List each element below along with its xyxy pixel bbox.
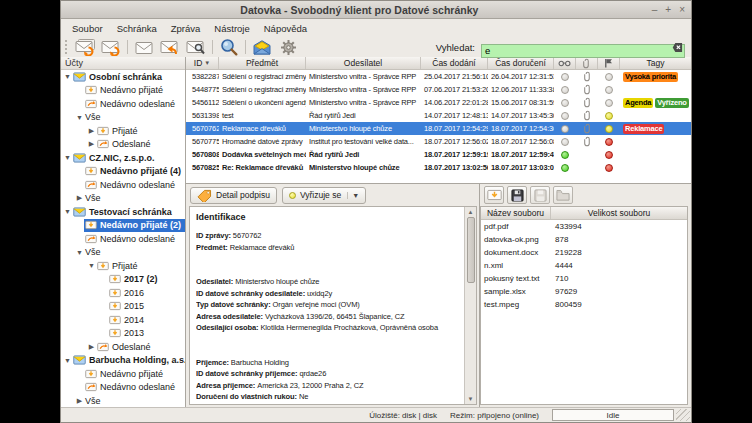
message-row[interactable]: 5670775Hromadné datové zprávyInstitut pr… bbox=[186, 135, 691, 148]
verify-message-button[interactable] bbox=[184, 38, 208, 57]
open-attachment-button[interactable] bbox=[484, 186, 504, 204]
settings-button[interactable] bbox=[276, 38, 300, 57]
expander-icon[interactable]: ▶ bbox=[87, 127, 96, 135]
message-row[interactable]: 5382287Sdělení o registraci změny ...Min… bbox=[186, 70, 691, 83]
tree-item[interactable]: Nedávno odeslané bbox=[61, 232, 185, 246]
message-row[interactable]: 5670808Dodávka světelných mečůŘád rytířů… bbox=[186, 148, 691, 161]
tree-item[interactable]: ▼Barbucha Holding, a.s. bbox=[61, 354, 185, 368]
tree-item[interactable]: ▼Vše bbox=[61, 246, 185, 260]
tree-item[interactable]: Nedávno přijaté bbox=[61, 84, 185, 98]
menu-nastroje[interactable]: Nástroje bbox=[207, 21, 256, 36]
menu-napoveda[interactable]: Nápověda bbox=[257, 21, 314, 36]
save-attachment-button[interactable] bbox=[507, 186, 527, 204]
column-header-filename[interactable]: Název souboru bbox=[481, 207, 551, 219]
signature-detail-button[interactable]: Detail podpisu bbox=[190, 187, 277, 204]
tree-item[interactable]: ▼Osobní schránka bbox=[61, 70, 185, 84]
attachment-row[interactable]: test.mpeg800459 bbox=[481, 298, 687, 311]
paperclip-icon bbox=[576, 84, 598, 95]
new-message-button[interactable] bbox=[132, 38, 156, 57]
column-header-id[interactable]: ID▼ bbox=[186, 57, 219, 69]
tree-item[interactable]: ▼Testovací schránka bbox=[61, 205, 185, 219]
tree-item[interactable]: ▶Odeslané bbox=[61, 340, 185, 354]
expander-icon[interactable]: ▼ bbox=[75, 249, 84, 256]
attachment-row[interactable]: pokusný text.txt710 bbox=[481, 272, 687, 285]
message-row[interactable]: 5631398testŘád rytířů Jedi14.07.2017 12:… bbox=[186, 109, 691, 122]
message-row[interactable]: 5670825Re: Reklamace dřevákůMinisterstvo… bbox=[186, 161, 691, 174]
tree-item[interactable]: 2016 bbox=[61, 286, 185, 300]
expander-icon[interactable]: ▼ bbox=[63, 208, 72, 215]
column-header-read[interactable] bbox=[554, 57, 576, 69]
tree-item[interactable]: Nedávno přijaté (4) bbox=[61, 165, 185, 179]
tree-item[interactable]: ▼Vše bbox=[61, 111, 185, 125]
tree-item[interactable]: ▶Přijaté bbox=[61, 124, 185, 138]
tree-item[interactable]: ▶Odeslané bbox=[61, 138, 185, 152]
expander-icon[interactable]: ▶ bbox=[75, 397, 84, 405]
open-folder-button[interactable] bbox=[553, 186, 573, 204]
expander-icon[interactable]: ▼ bbox=[87, 262, 96, 269]
attachment-row[interactable]: n.xml4444 bbox=[481, 259, 687, 272]
expander-icon[interactable]: ▼ bbox=[63, 357, 72, 364]
scroll-down-icon[interactable]: ▼ bbox=[468, 394, 474, 404]
expander-icon[interactable]: ▼ bbox=[75, 114, 84, 121]
expander-icon[interactable]: ▶ bbox=[87, 343, 96, 351]
message-row[interactable]: 5448775Sdělení o registraci změny ...Min… bbox=[186, 83, 691, 96]
title-bar[interactable]: Datovka - Svobodný klient pro Datové sch… bbox=[61, 1, 691, 19]
detail-field: Doručení do vlastních rukou: Ne bbox=[196, 391, 460, 403]
tree-item[interactable]: ▼CZ.NIC, z.s.p.o. bbox=[61, 151, 185, 165]
databox-button[interactable] bbox=[250, 38, 274, 57]
process-status-icon bbox=[598, 112, 620, 120]
process-status-button[interactable]: Vyřizuje se ▼ bbox=[282, 187, 366, 204]
reply-button[interactable] bbox=[158, 38, 182, 57]
attachment-row[interactable]: pdf.pdf433994 bbox=[481, 220, 687, 233]
column-header-flag[interactable] bbox=[598, 57, 620, 69]
attachment-rows: pdf.pdf433994datovka-ok.png878dokument.d… bbox=[481, 220, 687, 311]
column-header-delivered[interactable]: Čas dodání bbox=[421, 57, 488, 69]
tree-item[interactable]: Nedávno odeslané bbox=[61, 178, 185, 192]
find-message-button[interactable] bbox=[217, 38, 241, 57]
scroll-up-icon[interactable]: ▲ bbox=[468, 207, 474, 217]
column-header-filesize[interactable]: Velikost souboru bbox=[551, 207, 687, 219]
attachment-row[interactable]: dokument.docx219228 bbox=[481, 246, 687, 259]
column-header-tags[interactable]: Tagy bbox=[620, 57, 691, 69]
detail-scrollbar[interactable]: ▲ ▼ bbox=[464, 207, 476, 404]
menu-zprava[interactable]: Zpráva bbox=[164, 21, 208, 36]
close-button[interactable]: × bbox=[679, 5, 685, 15]
sync-account-button[interactable] bbox=[99, 38, 123, 57]
tree-item[interactable]: 2017 (2) bbox=[61, 273, 185, 287]
sync-all-accounts-button[interactable] bbox=[73, 38, 97, 57]
scrollbar-thumb[interactable] bbox=[467, 217, 475, 283]
toolbar-grip[interactable] bbox=[65, 40, 69, 54]
tree-item[interactable]: 2014 bbox=[61, 313, 185, 327]
expander-icon[interactable]: ▼ bbox=[63, 73, 72, 80]
tree-item-label: Nedávno přijaté (2) bbox=[100, 220, 181, 230]
tree-item[interactable]: ▼Přijaté bbox=[61, 259, 185, 273]
menu-schranka[interactable]: Schránka bbox=[110, 21, 164, 36]
expander-icon[interactable]: ▶ bbox=[75, 194, 84, 202]
search-input[interactable] bbox=[481, 44, 685, 58]
tree-item[interactable]: 2015 bbox=[61, 300, 185, 314]
expander-icon[interactable]: ▼ bbox=[63, 154, 72, 161]
tree-item[interactable]: ▶Vše bbox=[61, 192, 185, 206]
attachment-row[interactable]: datovka-ok.png878 bbox=[481, 233, 687, 246]
column-header-accepted[interactable]: Čas doručení bbox=[488, 57, 554, 69]
message-row[interactable]: 5456112Sdělení o ukončení agendyMinister… bbox=[186, 96, 691, 109]
tree-item[interactable]: ▶Vše bbox=[61, 394, 185, 407]
expander-icon[interactable]: ▶ bbox=[87, 140, 96, 148]
tree-item[interactable]: Nedávno přijaté (2) bbox=[61, 219, 185, 233]
column-header-attachment[interactable] bbox=[576, 57, 598, 69]
inbox bbox=[85, 166, 97, 176]
message-row[interactable]: 5670762Reklamace dřevákůMinisterstvo hlo… bbox=[186, 122, 691, 135]
tree-item[interactable]: Nedávno odeslané bbox=[61, 97, 185, 111]
minimize-button[interactable]: – bbox=[652, 5, 658, 15]
tree-item[interactable]: Nedávno přijaté bbox=[61, 367, 185, 381]
tree-item[interactable]: Nedávno odeslané bbox=[61, 381, 185, 395]
save-all-attachments-button[interactable] bbox=[530, 186, 550, 204]
column-header-sender[interactable]: Odesílatel bbox=[306, 57, 421, 69]
resize-grip[interactable] bbox=[676, 409, 690, 421]
tree-item[interactable]: 2013 bbox=[61, 327, 185, 341]
attachment-row[interactable]: sample.xlsx97629 bbox=[481, 285, 687, 298]
column-header-subject[interactable]: Předmět bbox=[219, 57, 306, 69]
menu-soubor[interactable]: Soubor bbox=[65, 21, 110, 36]
clear-search-icon[interactable] bbox=[672, 42, 683, 53]
maximize-button[interactable]: + bbox=[665, 5, 671, 15]
